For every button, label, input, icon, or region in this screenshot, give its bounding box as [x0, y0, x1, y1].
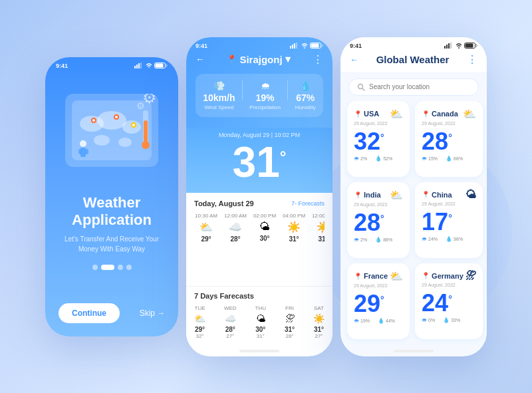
status-bar-1: 9:41	[45, 57, 178, 72]
country-card-china[interactable]: 📍 China 🌤 29 August, 2022 17° 🌧 24% 💧 98…	[415, 182, 483, 258]
dropdown-icon: ▾	[285, 53, 291, 65]
wifi-icon	[146, 63, 152, 68]
svg-rect-28	[296, 43, 297, 49]
hour-icon-4: ☀️	[282, 221, 306, 233]
svg-rect-31	[311, 44, 319, 48]
status-time-2: 9:41	[196, 43, 207, 49]
hour-icon-3: 🌤	[253, 221, 277, 233]
svg-rect-26	[292, 45, 293, 49]
hour-icon-5: ☀️	[311, 221, 325, 233]
day-item-wed: WED ☁️ 28° 27°	[224, 305, 237, 339]
svg-point-10	[94, 135, 110, 146]
svg-point-8	[97, 111, 126, 130]
weather-icon-canada: ⛅	[463, 108, 476, 120]
country-name-china: 📍 China 🌤	[422, 189, 476, 201]
country-card-canada[interactable]: 📍 Canada ⛅ 29 August, 2022 28° 🌧 15% 💧 6…	[415, 101, 483, 177]
wind-icon: 💨	[203, 80, 235, 91]
drop-icon-usa: 💧	[375, 156, 382, 162]
main-temperature: 31°	[196, 141, 323, 184]
wifi-icon-2	[301, 43, 308, 49]
status-icons-2	[290, 43, 323, 49]
skip-button[interactable]: Skip →	[140, 309, 165, 318]
svg-rect-1	[136, 65, 138, 68]
hour-icon-1: ⛅	[194, 221, 218, 233]
svg-rect-19	[144, 120, 148, 144]
bottom-bar-3	[394, 350, 434, 352]
status-time-1: 9:41	[56, 63, 68, 69]
day-icon-tue: ⛅	[194, 313, 205, 324]
seven-day-title: 7 Days Farecasts	[194, 292, 325, 300]
battery-icon-3	[464, 43, 477, 49]
wifi-icon-3	[456, 43, 462, 49]
country-name-france: 📍 France ⛅	[354, 270, 403, 283]
rain-icon-canada: 🌧	[422, 156, 427, 162]
weather-icon-india: ⛅	[390, 189, 403, 201]
forecast-link[interactable]: 7- Forecasts	[291, 200, 325, 207]
day-icon-wed: ☁️	[224, 313, 237, 324]
battery-icon	[154, 63, 168, 68]
temp-france: 29°	[354, 291, 403, 317]
humidity-icon: 💧	[295, 80, 316, 91]
svg-point-13	[92, 119, 95, 122]
svg-rect-33	[446, 45, 448, 49]
phone-onboarding: 9:41	[45, 57, 178, 336]
country-card-india[interactable]: 📍 India ⛅ 29 August, 2022 28° 🌧 2% 💧 88%	[347, 182, 410, 258]
dot-4	[126, 265, 132, 270]
svg-point-36	[458, 47, 460, 49]
onboarding-buttons: Continue Skip →	[45, 293, 178, 336]
global-header: 9:41	[340, 37, 487, 73]
status-icons-1	[134, 63, 168, 68]
country-card-usa[interactable]: 📍 USA ⛅ 29 August, 2022 32° 🌧 2% 💧 52%	[347, 101, 410, 177]
stats-germany: 🌧 0% 💧 33%	[422, 317, 476, 323]
location-search[interactable]	[348, 78, 479, 96]
pin-icon-france: 📍	[354, 273, 362, 280]
pin-icon-india: 📍	[354, 192, 362, 199]
phones-container: 9:41	[45, 37, 487, 356]
hour-item-3: 02:00 PM 🌤 30°	[253, 213, 277, 243]
svg-point-11	[118, 138, 132, 147]
seven-day-row: TUE ⛅ 29° 32° WED ☁️ 28° 27° THU 🌤 30° 3…	[194, 305, 325, 339]
status-icons-3	[444, 43, 477, 49]
weather-header: 9:41	[186, 37, 332, 128]
pin-icon-germany: 📍	[422, 272, 430, 279]
weather-stats: 💨 10km/h Wind Speed 🌧 19% Precipotation …	[196, 74, 323, 117]
stat-divider-1	[242, 80, 243, 100]
weather-icon-usa: ⛅	[390, 108, 403, 120]
phone-weather-detail: 9:41	[186, 37, 332, 356]
svg-rect-34	[448, 43, 450, 49]
pin-icon-usa: 📍	[354, 110, 362, 118]
continue-button[interactable]: Continue	[59, 303, 120, 323]
rain-icon-france: 🌧	[354, 318, 359, 324]
menu-dots-2[interactable]: ⋮	[313, 53, 323, 66]
precipitation-stat: 🌧 19% Precipotation	[249, 80, 281, 110]
seven-day-forecast: 7 Days Farecasts TUE ⛅ 29° 32° WED ☁️ 28…	[186, 286, 332, 346]
global-title-row: ← Global Weather ⋮	[350, 53, 477, 66]
country-name-canada: 📍 Canada ⛅	[422, 108, 476, 120]
today-label: Today, August 29	[194, 199, 254, 207]
day-icon-thu: 🌤	[255, 313, 266, 324]
weather-icon-germany: ⛈	[466, 270, 476, 282]
search-input[interactable]	[369, 83, 470, 90]
drop-icon-india: 💧	[375, 237, 382, 243]
country-name-india: 📍 India ⛅	[354, 189, 403, 201]
back-button-3[interactable]: ←	[350, 55, 358, 65]
menu-button-3[interactable]: ⋮	[467, 53, 477, 66]
day-item-fri: FRI ⛈ 31° 28°	[285, 305, 295, 339]
hour-icon-2: ☁️	[223, 221, 247, 233]
country-name-germany: 📍 Germany ⛈	[422, 270, 476, 282]
dot-1	[92, 265, 98, 270]
temp-germany: 24°	[422, 290, 476, 317]
back-button-2[interactable]: ←	[196, 54, 205, 65]
country-card-france[interactable]: 📍 France ⛅ 29 August, 2022 29° 🌧 19% 💧 4…	[347, 263, 410, 339]
gear-small-icon: ⚙	[136, 100, 145, 111]
stats-canada: 🌧 15% 💧 68%	[422, 156, 476, 162]
drop-icon-china: 💧	[446, 236, 452, 242]
drop-icon-canada: 💧	[446, 156, 452, 162]
svg-point-29	[304, 47, 305, 49]
country-card-germany[interactable]: 📍 Germany ⛈ 29 August, 2022 24° 🌧 0% 💧 3…	[415, 263, 483, 339]
rain-icon-usa: 🌧	[354, 156, 359, 162]
status-time-3: 9:41	[350, 43, 362, 49]
date-time-display: Monday, August 29 | 10:02 PM	[196, 132, 323, 138]
hour-item-1: 10:30 AM ⛅ 29°	[194, 213, 218, 243]
rain-icon-india: 🌧	[354, 237, 359, 243]
